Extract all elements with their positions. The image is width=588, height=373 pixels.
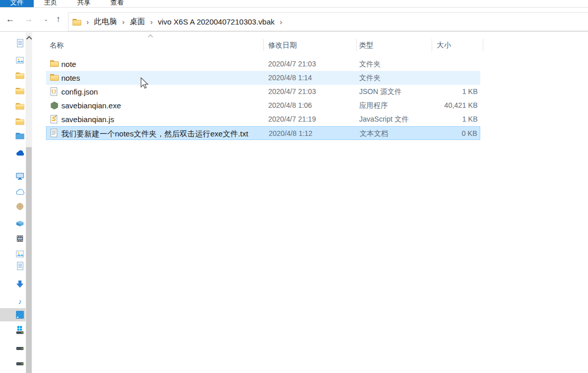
- file-row[interactable]: 我们要新建一个notes文件夹，然后双击运行exe文件.txt 2020/4/8…: [46, 126, 480, 140]
- column-header-date[interactable]: 修改日期: [268, 38, 297, 52]
- tab-share[interactable]: 共享: [70, 0, 97, 7]
- videos-icon[interactable]: [15, 234, 25, 243]
- document-icon[interactable]: [15, 39, 25, 48]
- onedrive-icon[interactable]: [15, 149, 25, 158]
- folder-icon[interactable]: [15, 86, 25, 96]
- file-list-pane: 名称 修改日期 类型 大小 note 2020/4/7 21:03 文件夹 no…: [32, 32, 588, 373]
- breadcrumb-chevron-icon[interactable]: ›: [82, 18, 93, 26]
- back-icon[interactable]: ←: [4, 8, 16, 32]
- breadcrumb-item[interactable]: 桌面: [129, 17, 146, 27]
- tab-view-label: 查看: [104, 0, 130, 7]
- tab-home-label: 主页: [37, 0, 64, 7]
- svg-text:♪: ♪: [18, 297, 22, 306]
- tab-view[interactable]: 查看: [104, 0, 130, 7]
- column-header-name[interactable]: 名称: [50, 38, 64, 52]
- tab-share-label: 共享: [70, 0, 97, 7]
- file-size: 1 KB: [411, 112, 478, 126]
- file-name: config.json: [61, 85, 98, 99]
- file-type: 文本文档: [360, 127, 388, 141]
- file-row[interactable]: { } config.json 2020/4/7 21:03 JSON 源文件 …: [46, 85, 480, 99]
- navigation-bar: ← → ⌄ ↑ ›此电脑›桌面›vivo X6S A 2020040721030…: [0, 8, 588, 32]
- folder-icon[interactable]: [15, 71, 25, 80]
- file-name: notes: [61, 71, 80, 85]
- column-resize-handle[interactable]: [356, 39, 357, 51]
- svg-text:{ }: { }: [52, 88, 56, 93]
- library-icon[interactable]: [15, 219, 25, 228]
- up-icon[interactable]: ↑: [52, 8, 64, 32]
- json-file-icon: { }: [50, 87, 58, 96]
- sort-ascending-icon: [149, 35, 154, 39]
- file-name: 我们要新建一个notes文件夹，然后双击运行exe文件.txt: [61, 127, 248, 141]
- 3d-objects-icon[interactable]: [15, 202, 25, 211]
- breadcrumb-item[interactable]: vivo X6S A 20200407210303.vbak: [157, 17, 276, 26]
- address-bar[interactable]: ›此电脑›桌面›vivo X6S A 20200407210303.vbak›: [68, 12, 588, 31]
- file-type: JSON 源文件: [359, 85, 402, 99]
- file-date-modified: 2020/4/7 21:03: [268, 57, 316, 71]
- js-script-icon: S: [50, 115, 58, 124]
- column-resize-handle[interactable]: [483, 39, 483, 51]
- forward-icon[interactable]: →: [22, 8, 35, 32]
- file-size: 40,421 KB: [411, 99, 478, 112]
- file-size: [411, 71, 478, 85]
- file-name: savebianqian.js: [61, 112, 114, 126]
- network-cloud-icon[interactable]: [15, 188, 25, 197]
- file-name: note: [61, 57, 76, 71]
- file-date-modified: 2020/4/8 1:06: [268, 99, 312, 112]
- breadcrumb-chevron-icon[interactable]: ›: [118, 18, 129, 26]
- column-resize-handle[interactable]: [263, 39, 264, 51]
- tab-home[interactable]: 主页: [37, 0, 64, 7]
- file-type: 文件夹: [359, 71, 381, 85]
- folder-icon: [50, 60, 59, 68]
- pictures-icon[interactable]: [15, 56, 25, 65]
- column-header-type[interactable]: 类型: [359, 38, 373, 52]
- breadcrumb-item[interactable]: 此电脑: [93, 17, 118, 27]
- exe-application-icon: [50, 101, 59, 110]
- tab-file[interactable]: 文件: [0, 0, 34, 7]
- folder-icon[interactable]: [15, 102, 25, 111]
- documents-icon[interactable]: [15, 262, 25, 271]
- windows-drive-icon[interactable]: [15, 325, 25, 335]
- file-size: 0 KB: [411, 127, 477, 141]
- file-type: JavaScript 文件: [359, 112, 409, 126]
- content-area: ♪ 名称 修改日期 类型 大小 note 2020/4/7 21:03 文件夹 …: [0, 32, 588, 373]
- file-size: [411, 57, 478, 71]
- ribbon-tab-strip: 文件 主页 共享 查看: [0, 0, 588, 8]
- file-date-modified: 2020/4/7 21:19: [268, 112, 316, 126]
- breadcrumb-chevron-icon[interactable]: ›: [146, 18, 157, 26]
- scrollbar-up-icon[interactable]: [26, 35, 32, 41]
- pictures-icon[interactable]: [15, 249, 25, 259]
- address-folder-icon: [73, 18, 81, 26]
- file-date-modified: 2020/4/8 1:12: [269, 127, 313, 141]
- folder-icon: [50, 74, 59, 82]
- file-date-modified: 2020/4/8 1:14: [268, 71, 312, 85]
- tab-file-label: 文件: [0, 0, 34, 7]
- file-size: 1 KB: [411, 85, 478, 99]
- file-row[interactable]: savebianqian.exe 2020/4/8 1:06 应用程序 40,4…: [46, 99, 480, 112]
- file-row[interactable]: notes 2020/4/8 1:14 文件夹: [46, 71, 480, 85]
- desktop-selected-icon[interactable]: [15, 310, 25, 319]
- text-document-icon: [50, 129, 58, 137]
- breadcrumb-chevron-icon[interactable]: ›: [276, 18, 287, 26]
- blue-folder-icon[interactable]: [15, 131, 25, 141]
- mouse-cursor: [139, 77, 149, 91]
- navigation-pane: ♪: [0, 32, 32, 373]
- music-icon[interactable]: ♪: [15, 297, 25, 306]
- drive-icon[interactable]: [15, 359, 25, 368]
- file-row[interactable]: S savebianqian.js 2020/4/7 21:19 JavaScr…: [46, 112, 480, 126]
- history-dropdown-icon[interactable]: ⌄: [40, 8, 52, 32]
- sidebar-scrollbar[interactable]: [26, 32, 32, 373]
- file-row[interactable]: note 2020/4/7 21:03 文件夹: [46, 57, 480, 71]
- file-type: 应用程序: [359, 99, 388, 112]
- this-pc-icon[interactable]: [15, 172, 25, 181]
- downloads-icon[interactable]: [15, 279, 25, 289]
- scrollbar-thumb[interactable]: [26, 147, 32, 373]
- file-date-modified: 2020/4/7 21:03: [268, 85, 316, 99]
- file-type: 文件夹: [359, 57, 381, 71]
- file-rows: note 2020/4/7 21:03 文件夹 notes 2020/4/8 1…: [46, 57, 480, 140]
- column-header-size[interactable]: 大小: [437, 38, 451, 52]
- drive-icon[interactable]: [15, 343, 25, 353]
- column-resize-handle[interactable]: [432, 39, 432, 51]
- folder-icon[interactable]: [15, 117, 25, 126]
- file-name: savebianqian.exe: [61, 99, 121, 112]
- breadcrumb: ›此电脑›桌面›vivo X6S A 20200407210303.vbak›: [82, 17, 287, 27]
